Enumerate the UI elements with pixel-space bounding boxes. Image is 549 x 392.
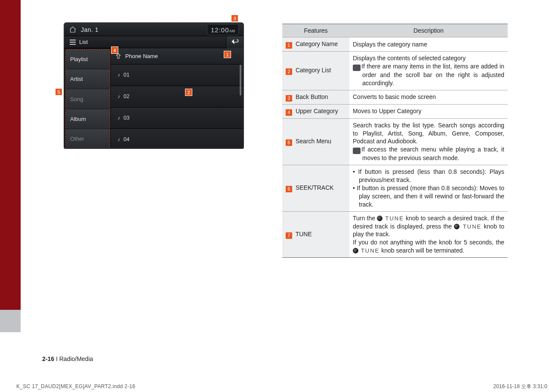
status-date: Jan. 1 xyxy=(81,26,99,33)
cat-playlist[interactable]: Playlist xyxy=(66,49,110,69)
back-button[interactable] xyxy=(226,36,243,48)
info-icon: i xyxy=(353,65,361,71)
svg-rect-2 xyxy=(70,44,76,45)
desc-cell: Moves to Upper Category xyxy=(349,104,508,118)
svg-rect-0 xyxy=(70,40,76,40)
th-description: Description xyxy=(349,24,508,37)
feature-cell: 4 Upper Category xyxy=(282,104,349,118)
cat-song[interactable]: Song xyxy=(66,89,110,109)
list-label: List xyxy=(79,39,88,45)
side-tab xyxy=(0,0,21,310)
feature-cell: 3 Back Button xyxy=(282,90,349,104)
tune-knob-icon xyxy=(377,216,382,221)
category-heading[interactable]: Phone Name xyxy=(111,48,243,65)
track-list: Phone Name ♪01 ♪02 ♪03 ♪04 xyxy=(110,48,243,149)
feature-cell: 7 TUNE xyxy=(282,211,349,257)
category-column[interactable]: Playlist Artist Song Album Other xyxy=(65,49,110,149)
device-screenshot: Jan. 1 12:00AM List Playlist Artist Song… xyxy=(64,22,244,149)
callout-1: 1 xyxy=(224,51,231,58)
callout-5: 5 xyxy=(55,88,62,96)
feature-cell: 6 SEEK/TRACK xyxy=(282,165,349,211)
desc-cell: If button is pressed (less than 0.8 seco… xyxy=(349,165,508,211)
side-tab-gray xyxy=(0,310,21,332)
svg-rect-1 xyxy=(70,42,76,43)
feature-cell: 2 Category List xyxy=(282,52,349,90)
track-row[interactable]: ♪04 xyxy=(111,129,243,149)
desc-cell: Search tracks by the list type. Search s… xyxy=(349,118,508,165)
footer-left: K_SC 17_DAUD2[MEX_EG]AV_PART2.indd 2-16 xyxy=(16,383,136,389)
desc-cell: Converts to basic mode screen xyxy=(349,90,508,104)
cat-artist[interactable]: Artist xyxy=(66,69,110,89)
track-row[interactable]: ♪02 xyxy=(111,86,243,108)
cat-other[interactable]: Other xyxy=(66,129,110,148)
sub-bar: List xyxy=(65,36,243,48)
home-icon xyxy=(69,26,77,34)
callout-3: 3 xyxy=(231,15,238,22)
feature-cell: 5 Search Menu xyxy=(282,118,349,165)
cat-album[interactable]: Album xyxy=(66,109,110,129)
status-time: 12:00AM xyxy=(207,24,239,35)
tune-knob-icon xyxy=(353,248,358,253)
feature-cell: 1 Category Name xyxy=(282,37,349,52)
desc-cell: Displays the contents of selected catego… xyxy=(349,52,508,90)
status-bar: Jan. 1 12:00AM xyxy=(65,23,243,36)
tune-knob-icon xyxy=(454,224,460,229)
desc-cell: Displays the category name xyxy=(349,37,508,52)
scrollbar[interactable] xyxy=(240,65,241,96)
features-table: Features Description 1 Category Name Dis… xyxy=(282,24,508,258)
callout-2: 2 xyxy=(185,89,192,96)
th-features: Features xyxy=(282,24,349,37)
back-icon xyxy=(231,38,239,46)
callout-4: 4 xyxy=(111,46,118,54)
page-reference: 2-16 I Radio/Media xyxy=(42,355,93,362)
footer-right: 2016-11-18 오후 3:31:0 xyxy=(493,383,547,390)
info-icon: i xyxy=(353,148,361,154)
list-icon xyxy=(70,40,76,45)
print-footer: K_SC 17_DAUD2[MEX_EG]AV_PART2.indd 2-16 … xyxy=(16,381,549,392)
track-row[interactable]: ♪01 xyxy=(111,65,243,86)
desc-cell: Turn the TUNE knob to search a desired t… xyxy=(349,211,508,257)
track-row[interactable]: ♪03 xyxy=(111,108,243,129)
